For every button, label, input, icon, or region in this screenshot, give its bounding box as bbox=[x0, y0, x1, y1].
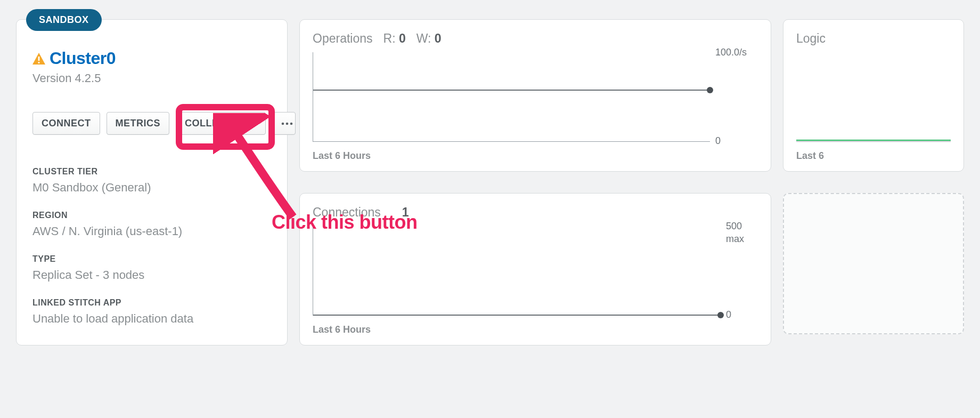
cluster-name-link[interactable]: Cluster0 bbox=[50, 49, 116, 68]
svg-rect-0 bbox=[38, 57, 40, 61]
cluster-tier-label: CLUSTER TIER bbox=[32, 167, 274, 176]
logical-size-title: Logic bbox=[796, 31, 826, 46]
collections-button[interactable]: COLLECTIONS bbox=[176, 112, 266, 135]
operations-read-label: R: bbox=[383, 31, 396, 45]
svg-point-3 bbox=[285, 123, 288, 125]
connections-ymin: 0 bbox=[726, 309, 734, 320]
annotation-text: Click this button bbox=[272, 211, 418, 234]
stitch-app-value: Unable to load application data bbox=[32, 312, 274, 326]
logical-size-line bbox=[796, 140, 951, 141]
operations-write-value: 0 bbox=[435, 31, 442, 45]
operations-footer: Last 6 Hours bbox=[313, 150, 758, 162]
operations-ymin: 0 bbox=[715, 135, 758, 147]
warning-icon bbox=[32, 53, 45, 65]
logical-size-chart-card[interactable]: Logic Last 6 bbox=[783, 19, 964, 172]
operations-title: Operations bbox=[313, 31, 373, 46]
metrics-button[interactable]: METRICS bbox=[107, 112, 170, 135]
svg-point-4 bbox=[290, 123, 292, 125]
connections-marker-dot bbox=[717, 312, 724, 318]
operations-chart-card[interactable]: Operations R: 0 W: 0 100.0/s 0 bbox=[299, 19, 771, 172]
cluster-version: Version 4.2.5 bbox=[32, 71, 274, 85]
logical-size-footer: Last 6 bbox=[796, 150, 951, 162]
cluster-action-row: CONNECT METRICS COLLECTIONS bbox=[32, 112, 274, 135]
empty-dashed-card bbox=[783, 193, 964, 334]
cluster-tier-value: M0 Sandbox (General) bbox=[32, 181, 274, 195]
cluster-panel: SANDBOX Cluster0 Version 4.2.5 CONNECT M… bbox=[16, 19, 288, 345]
operations-read-value: 0 bbox=[399, 31, 406, 45]
sandbox-badge: SANDBOX bbox=[26, 9, 102, 31]
stitch-app-label: LINKED STITCH APP bbox=[32, 298, 274, 308]
type-label: TYPE bbox=[32, 254, 274, 264]
connections-footer: Last 6 Hours bbox=[313, 324, 758, 335]
more-actions-button[interactable] bbox=[272, 112, 296, 135]
region-label: REGION bbox=[32, 211, 274, 220]
svg-rect-1 bbox=[38, 62, 40, 63]
connections-ysub: max bbox=[726, 234, 758, 245]
connect-button[interactable]: CONNECT bbox=[32, 112, 100, 135]
operations-ymax: 100.0/s bbox=[715, 47, 758, 58]
operations-write-label: W: bbox=[416, 31, 431, 45]
region-value: AWS / N. Virginia (us-east-1) bbox=[32, 224, 274, 238]
svg-point-2 bbox=[281, 123, 284, 125]
type-value: Replica Set - 3 nodes bbox=[32, 268, 274, 282]
connections-ymax: 500 bbox=[726, 221, 758, 232]
operations-marker-dot bbox=[707, 87, 713, 93]
